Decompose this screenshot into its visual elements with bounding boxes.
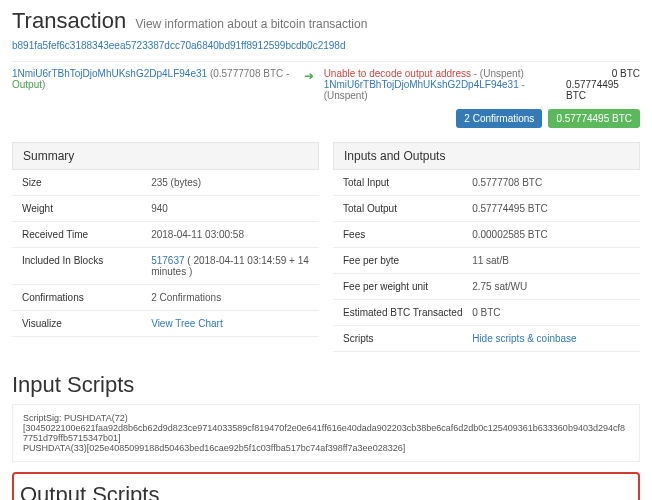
txid-link[interactable]: b891fa5fef6c3188343eea5723387dcc70a6840b…: [12, 40, 345, 51]
table-row: Fees0.00002585 BTC: [333, 222, 640, 248]
output1-status: - (Unspent): [471, 68, 524, 79]
output-scripts-highlight: Output Scripts RETURN PUSHDATA(32)[831fc…: [12, 472, 640, 500]
summary-heading: Summary: [12, 142, 319, 170]
badges-row: 2 Confirmations 0.57774495 BTC: [12, 109, 640, 128]
table-row: Fee per weight unit2.75 sat/WU: [333, 274, 640, 300]
table-row: Confirmations2 Confirmations: [12, 285, 319, 311]
transaction-id[interactable]: b891fa5fef6c3188343eea5723387dcc70a6840b…: [12, 40, 640, 51]
confirmations-badge[interactable]: 2 Confirmations: [456, 109, 542, 128]
block-link[interactable]: 517637: [151, 255, 184, 266]
input-amount-open: (0.5777708 BTC -: [210, 68, 290, 79]
io-heading: Inputs and Outputs: [333, 142, 640, 170]
table-row: Size235 (bytes): [12, 170, 319, 196]
title-text: Transaction: [12, 8, 126, 33]
table-row: ScriptsHide scripts & coinbase: [333, 326, 640, 352]
page-title: Transaction View information about a bit…: [12, 8, 640, 34]
input-script-text: ScriptSig: PUSHDATA(72) [3045022100e621f…: [12, 404, 640, 462]
table-row: Included In Blocks517637 ( 2018-04-11 03…: [12, 248, 319, 285]
hide-scripts-link[interactable]: Hide scripts & coinbase: [472, 333, 577, 344]
output-decode-error: Unable to decode output address: [324, 68, 471, 79]
table-row: Received Time2018-04-11 03:00:58: [12, 222, 319, 248]
table-row: Fee per byte11 sat/B: [333, 248, 640, 274]
outputs-cell: Unable to decode output address - (Unspe…: [324, 68, 640, 101]
input-amount-close: ): [42, 79, 45, 90]
table-row: Total Output0.57774495 BTC: [333, 196, 640, 222]
output-scripts-heading: Output Scripts: [20, 482, 632, 500]
table-row: Estimated BTC Transacted0 BTC: [333, 300, 640, 326]
input-scripts-heading: Input Scripts: [12, 372, 640, 398]
view-tree-link[interactable]: View Tree Chart: [151, 318, 223, 329]
subtitle-text: View information about a bitcoin transac…: [135, 17, 367, 31]
table-row: VisualizeView Tree Chart: [12, 311, 319, 337]
io-table: Inputs and Outputs Total Input0.5777708 …: [333, 142, 640, 352]
input-address-link[interactable]: 1NmiU6rTBhTojDjoMhUKshG2Dp4LF94e31: [12, 68, 207, 79]
table-row: Total Input0.5777708 BTC: [333, 170, 640, 196]
tables-row: Summary Size235 (bytes) Weight940 Receiv…: [12, 142, 640, 352]
table-row: Weight940: [12, 196, 319, 222]
arrow-right-icon: ➜: [304, 68, 320, 83]
input-address-cell: 1NmiU6rTBhTojDjoMhUKshG2Dp4LF94e31 (0.57…: [12, 68, 300, 90]
divider: [12, 61, 640, 62]
btc-total-badge[interactable]: 0.57774495 BTC: [548, 109, 640, 128]
output2-address-link[interactable]: 1NmiU6rTBhTojDjoMhUKshG2Dp4LF94e31: [324, 79, 519, 90]
io-summary-row: 1NmiU6rTBhTojDjoMhUKshG2Dp4LF94e31 (0.57…: [12, 68, 640, 101]
summary-table: Summary Size235 (bytes) Weight940 Receiv…: [12, 142, 319, 352]
output2-amount: 0.57774495 BTC: [566, 79, 640, 101]
output1-amount: 0 BTC: [612, 68, 640, 79]
output-word: Output: [12, 79, 42, 90]
